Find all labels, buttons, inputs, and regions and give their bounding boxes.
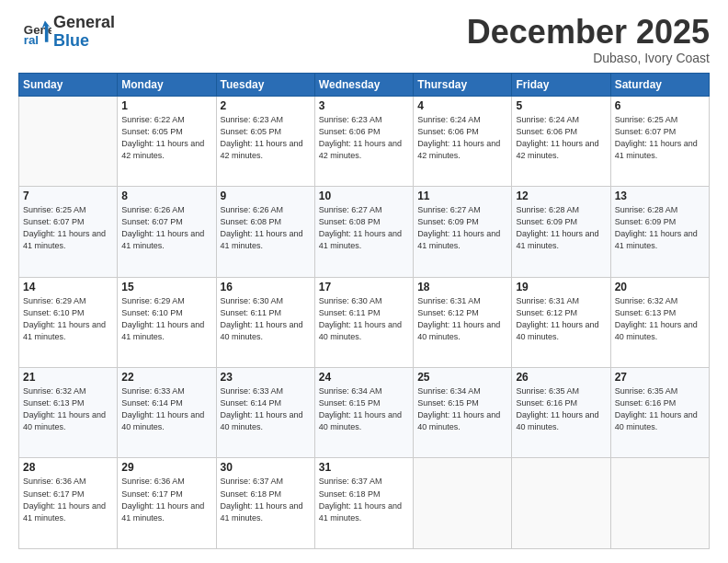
week-row-2: 7Sunrise: 6:25 AMSunset: 6:07 PMDaylight… xyxy=(19,187,710,277)
day-number: 12 xyxy=(516,190,606,202)
calendar-cell: 26Sunrise: 6:35 AMSunset: 6:16 PMDayligh… xyxy=(512,368,610,458)
day-detail: Sunrise: 6:35 AMSunset: 6:16 PMDaylight:… xyxy=(615,385,705,433)
day-detail: Sunrise: 6:25 AMSunset: 6:07 PMDaylight:… xyxy=(615,114,705,162)
calendar-cell: 9Sunrise: 6:26 AMSunset: 6:08 PMDaylight… xyxy=(216,187,314,277)
calendar-cell: 3Sunrise: 6:23 AMSunset: 6:06 PMDaylight… xyxy=(314,96,413,186)
calendar-cell: 16Sunrise: 6:30 AMSunset: 6:11 PMDayligh… xyxy=(216,277,314,367)
day-detail: Sunrise: 6:28 AMSunset: 6:09 PMDaylight:… xyxy=(516,204,606,252)
calendar-cell: 4Sunrise: 6:24 AMSunset: 6:06 PMDaylight… xyxy=(414,96,512,186)
day-detail: Sunrise: 6:36 AMSunset: 6:17 PMDaylight:… xyxy=(121,476,211,523)
calendar-cell: 30Sunrise: 6:37 AMSunset: 6:18 PMDayligh… xyxy=(216,458,314,549)
calendar-cell: 24Sunrise: 6:34 AMSunset: 6:15 PMDayligh… xyxy=(314,368,413,458)
day-detail: Sunrise: 6:24 AMSunset: 6:06 PMDaylight:… xyxy=(516,114,606,162)
day-number: 16 xyxy=(221,281,311,293)
day-detail: Sunrise: 6:31 AMSunset: 6:12 PMDaylight:… xyxy=(516,295,606,343)
day-detail: Sunrise: 6:30 AMSunset: 6:11 PMDaylight:… xyxy=(221,295,311,343)
month-title: December 2025 xyxy=(467,14,710,51)
calendar-cell xyxy=(512,458,610,549)
week-row-5: 28Sunrise: 6:36 AMSunset: 6:17 PMDayligh… xyxy=(19,458,710,549)
calendar-cell: 29Sunrise: 6:36 AMSunset: 6:17 PMDayligh… xyxy=(118,458,216,549)
day-number: 25 xyxy=(417,371,507,384)
calendar-cell: 17Sunrise: 6:30 AMSunset: 6:11 PMDayligh… xyxy=(314,277,413,367)
day-detail: Sunrise: 6:33 AMSunset: 6:14 PMDaylight:… xyxy=(221,385,311,433)
week-row-4: 21Sunrise: 6:32 AMSunset: 6:13 PMDayligh… xyxy=(19,368,710,458)
calendar-cell: 5Sunrise: 6:24 AMSunset: 6:06 PMDaylight… xyxy=(512,96,610,186)
calendar-cell: 22Sunrise: 6:33 AMSunset: 6:14 PMDayligh… xyxy=(118,368,216,458)
calendar-cell xyxy=(414,458,512,549)
day-number: 31 xyxy=(319,461,409,474)
calendar-cell: 25Sunrise: 6:34 AMSunset: 6:15 PMDayligh… xyxy=(414,368,512,458)
calendar-cell: 12Sunrise: 6:28 AMSunset: 6:09 PMDayligh… xyxy=(512,187,610,277)
weekday-saturday: Saturday xyxy=(610,73,709,96)
day-number: 22 xyxy=(121,371,211,384)
day-number: 17 xyxy=(319,281,409,293)
day-number: 8 xyxy=(121,190,211,202)
calendar-cell: 13Sunrise: 6:28 AMSunset: 6:09 PMDayligh… xyxy=(610,187,709,277)
header: Gene ral General Blue December 2025 Duba… xyxy=(18,14,710,65)
day-detail: Sunrise: 6:26 AMSunset: 6:07 PMDaylight:… xyxy=(121,204,211,252)
day-detail: Sunrise: 6:36 AMSunset: 6:17 PMDaylight:… xyxy=(23,476,113,523)
day-number: 23 xyxy=(221,371,311,384)
day-detail: Sunrise: 6:23 AMSunset: 6:05 PMDaylight:… xyxy=(221,114,311,162)
logo: Gene ral General Blue xyxy=(18,14,115,51)
calendar-cell: 18Sunrise: 6:31 AMSunset: 6:12 PMDayligh… xyxy=(414,277,512,367)
day-number: 24 xyxy=(319,371,409,384)
day-detail: Sunrise: 6:35 AMSunset: 6:16 PMDaylight:… xyxy=(516,385,606,433)
week-row-3: 14Sunrise: 6:29 AMSunset: 6:10 PMDayligh… xyxy=(19,277,710,367)
logo-line2: Blue xyxy=(53,32,115,51)
calendar-table: SundayMondayTuesdayWednesdayThursdayFrid… xyxy=(18,73,710,549)
weekday-thursday: Thursday xyxy=(414,73,512,96)
day-detail: Sunrise: 6:22 AMSunset: 6:05 PMDaylight:… xyxy=(121,114,211,162)
weekday-sunday: Sunday xyxy=(19,73,118,96)
day-number: 7 xyxy=(23,190,113,202)
logo-icon: Gene ral xyxy=(22,17,51,47)
calendar-cell: 14Sunrise: 6:29 AMSunset: 6:10 PMDayligh… xyxy=(19,277,118,367)
weekday-header-row: SundayMondayTuesdayWednesdayThursdayFrid… xyxy=(19,73,710,96)
day-detail: Sunrise: 6:31 AMSunset: 6:12 PMDaylight:… xyxy=(417,295,507,343)
day-detail: Sunrise: 6:34 AMSunset: 6:15 PMDaylight:… xyxy=(417,385,507,433)
day-number: 4 xyxy=(417,99,507,112)
day-number: 9 xyxy=(221,190,311,202)
day-number: 1 xyxy=(121,99,211,112)
calendar-cell: 15Sunrise: 6:29 AMSunset: 6:10 PMDayligh… xyxy=(118,277,216,367)
calendar-cell xyxy=(610,458,709,549)
day-detail: Sunrise: 6:27 AMSunset: 6:09 PMDaylight:… xyxy=(417,204,507,252)
logo-line1: General xyxy=(53,14,115,32)
day-number: 2 xyxy=(221,99,311,112)
day-detail: Sunrise: 6:33 AMSunset: 6:14 PMDaylight:… xyxy=(121,385,211,433)
day-detail: Sunrise: 6:32 AMSunset: 6:13 PMDaylight:… xyxy=(615,295,705,343)
day-number: 3 xyxy=(319,99,409,112)
weekday-wednesday: Wednesday xyxy=(314,73,413,96)
calendar-cell: 21Sunrise: 6:32 AMSunset: 6:13 PMDayligh… xyxy=(19,368,118,458)
day-number: 5 xyxy=(516,99,606,112)
day-number: 28 xyxy=(23,461,113,474)
day-number: 20 xyxy=(615,281,705,293)
day-detail: Sunrise: 6:26 AMSunset: 6:08 PMDaylight:… xyxy=(221,204,311,252)
day-number: 10 xyxy=(319,190,409,202)
calendar-cell: 6Sunrise: 6:25 AMSunset: 6:07 PMDaylight… xyxy=(610,96,709,186)
calendar-cell: 19Sunrise: 6:31 AMSunset: 6:12 PMDayligh… xyxy=(512,277,610,367)
day-detail: Sunrise: 6:27 AMSunset: 6:08 PMDaylight:… xyxy=(319,204,409,252)
day-detail: Sunrise: 6:34 AMSunset: 6:15 PMDaylight:… xyxy=(319,385,409,433)
day-detail: Sunrise: 6:25 AMSunset: 6:07 PMDaylight:… xyxy=(23,204,113,252)
calendar-cell: 1Sunrise: 6:22 AMSunset: 6:05 PMDaylight… xyxy=(118,96,216,186)
page: Gene ral General Blue December 2025 Duba… xyxy=(0,0,728,563)
day-detail: Sunrise: 6:29 AMSunset: 6:10 PMDaylight:… xyxy=(121,295,211,343)
calendar-cell: 27Sunrise: 6:35 AMSunset: 6:16 PMDayligh… xyxy=(610,368,709,458)
calendar-cell: 7Sunrise: 6:25 AMSunset: 6:07 PMDaylight… xyxy=(19,187,118,277)
calendar-cell: 20Sunrise: 6:32 AMSunset: 6:13 PMDayligh… xyxy=(610,277,709,367)
day-number: 14 xyxy=(23,281,113,293)
day-number: 21 xyxy=(23,371,113,384)
calendar-cell: 2Sunrise: 6:23 AMSunset: 6:05 PMDaylight… xyxy=(216,96,314,186)
day-number: 11 xyxy=(417,190,507,202)
day-detail: Sunrise: 6:32 AMSunset: 6:13 PMDaylight:… xyxy=(23,385,113,433)
svg-text:ral: ral xyxy=(24,33,39,47)
calendar-cell: 10Sunrise: 6:27 AMSunset: 6:08 PMDayligh… xyxy=(314,187,413,277)
calendar-cell: 23Sunrise: 6:33 AMSunset: 6:14 PMDayligh… xyxy=(216,368,314,458)
day-detail: Sunrise: 6:37 AMSunset: 6:18 PMDaylight:… xyxy=(319,476,409,523)
day-number: 18 xyxy=(417,281,507,293)
calendar-cell: 28Sunrise: 6:36 AMSunset: 6:17 PMDayligh… xyxy=(19,458,118,549)
calendar-cell: 8Sunrise: 6:26 AMSunset: 6:07 PMDaylight… xyxy=(118,187,216,277)
calendar-cell: 11Sunrise: 6:27 AMSunset: 6:09 PMDayligh… xyxy=(414,187,512,277)
weekday-monday: Monday xyxy=(118,73,216,96)
